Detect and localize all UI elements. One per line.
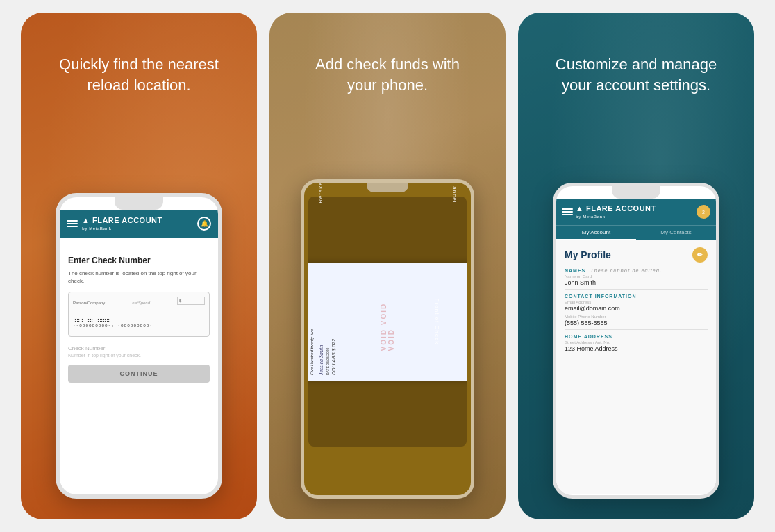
profile-title: My Profile ✏ bbox=[565, 247, 708, 263]
phone-notch-1 bbox=[115, 197, 163, 210]
routing-number: ••000000000•: •000000000• bbox=[73, 324, 205, 329]
phone-header-1: ▲ FLARE ACCOUNT by MetaBank 🔔 bbox=[60, 210, 218, 238]
phone-mockup-1: ▲ FLARE ACCOUNT by MetaBank 🔔 Enter Chec… bbox=[56, 193, 222, 499]
divider-1 bbox=[565, 289, 708, 290]
tab-my-contacts[interactable]: My Contacts bbox=[636, 226, 716, 240]
profile-phone: ▲ FLARE ACCOUNT by MetaBank 2 My Account… bbox=[553, 183, 719, 499]
check-dollar-amount: DOLLARS $ 522 bbox=[331, 268, 336, 375]
hamburger-icon[interactable] bbox=[67, 220, 78, 227]
input-sublabel: Number in top right of your check. bbox=[68, 353, 210, 358]
tab-my-account[interactable]: My Account bbox=[556, 226, 636, 240]
card-reload-location: Quickly find the nearest reload location… bbox=[21, 13, 257, 519]
app-logo-1: ▲ FLARE ACCOUNT by MetaBank bbox=[82, 216, 193, 231]
continue-button[interactable]: CONTINUE bbox=[68, 365, 210, 383]
phone-body-1: Enter Check Number The check number is l… bbox=[60, 238, 218, 391]
name-on-card-value: John Smith bbox=[565, 279, 708, 286]
dot-2 bbox=[92, 247, 101, 250]
phone-label: Mobile Phone Number bbox=[565, 315, 708, 319]
netspend-label: netSpend bbox=[132, 301, 150, 305]
check-description: The check number is located on the top r… bbox=[68, 269, 210, 285]
check-image: Person/Company netSpend $ ⠿⠿⠿ ⠿⠿ ⠿⠿⠿⠿ ••… bbox=[68, 292, 210, 337]
phone-notch-3 bbox=[612, 186, 660, 199]
dot-4 bbox=[117, 247, 126, 250]
notification-icon-1[interactable]: 🔔 bbox=[197, 217, 211, 231]
street-label: Street Address / Apt. No. bbox=[565, 340, 708, 344]
notification-icon-3[interactable]: 2 bbox=[697, 205, 710, 219]
phone-value: (555) 555-5555 bbox=[565, 319, 708, 326]
check-amount-box: $ bbox=[177, 297, 205, 305]
email-value: email@domain.com bbox=[565, 305, 708, 312]
card-account-settings: Customize and manage your account settin… bbox=[518, 13, 754, 519]
camera-notch bbox=[367, 183, 408, 192]
check-camera: Retake Cancel PAY TO THE ORDER OF DATE J… bbox=[301, 179, 474, 499]
card3-caption: Customize and manage your account settin… bbox=[518, 54, 754, 95]
card1-caption: Quickly find the nearest reload location… bbox=[21, 54, 257, 95]
profile-body: My Profile ✏ NAMES These cannot be edite… bbox=[556, 240, 716, 494]
street-value: 123 Home Address bbox=[565, 345, 708, 352]
company-label: Person/Company bbox=[73, 301, 105, 305]
profile-header: ▲ FLARE ACCOUNT by MetaBank 2 bbox=[556, 199, 716, 225]
card2-caption: Add check funds withyour phone. bbox=[269, 54, 506, 95]
names-section-label: NAMES These cannot be edited. bbox=[565, 268, 708, 273]
edit-button[interactable]: ✏ bbox=[692, 247, 708, 263]
check-paper: PAY TO THE ORDER OF DATE Jessica Smith F… bbox=[308, 263, 467, 381]
camera-view: PAY TO THE ORDER OF DATE Jessica Smith F… bbox=[308, 197, 467, 447]
name-on-card-label: Name on Card bbox=[565, 274, 708, 279]
cancel-label[interactable]: Cancel bbox=[451, 182, 458, 203]
email-label: Email Address bbox=[565, 300, 708, 304]
app-logo-3: ▲ FLARE ACCOUNT by MetaBank bbox=[576, 204, 694, 219]
dot-1 bbox=[75, 247, 89, 250]
check-date: DATE 05/05/2020 bbox=[326, 268, 330, 375]
card-check-funds: Add check funds withyour phone. Retake C… bbox=[269, 13, 506, 519]
dot-3 bbox=[104, 247, 114, 250]
contact-section-label: CONTACT INFORMATION bbox=[565, 294, 708, 299]
hamburger-icon-3[interactable] bbox=[562, 208, 573, 215]
address-section-label: HOME ADDRESS bbox=[565, 334, 708, 339]
check-amount-words: Five Hundred twenty two bbox=[310, 268, 314, 375]
divider-2 bbox=[565, 329, 708, 330]
profile-tabs: My Account My Contacts bbox=[556, 225, 716, 240]
check-company-line: Person/Company netSpend $ bbox=[73, 297, 205, 308]
check-title: Enter Check Number bbox=[68, 256, 210, 265]
check-signature: Jessica Smith bbox=[318, 268, 324, 375]
void-watermark: VOID VOID VOID bbox=[380, 292, 395, 351]
input-label: Check Number bbox=[68, 345, 210, 351]
check-routing: ⠿⠿⠿ ⠿⠿ ⠿⠿⠿⠿ bbox=[73, 318, 205, 324]
retake-label[interactable]: Retake bbox=[317, 181, 324, 203]
front-of-check-label: Front of Check bbox=[433, 299, 440, 344]
